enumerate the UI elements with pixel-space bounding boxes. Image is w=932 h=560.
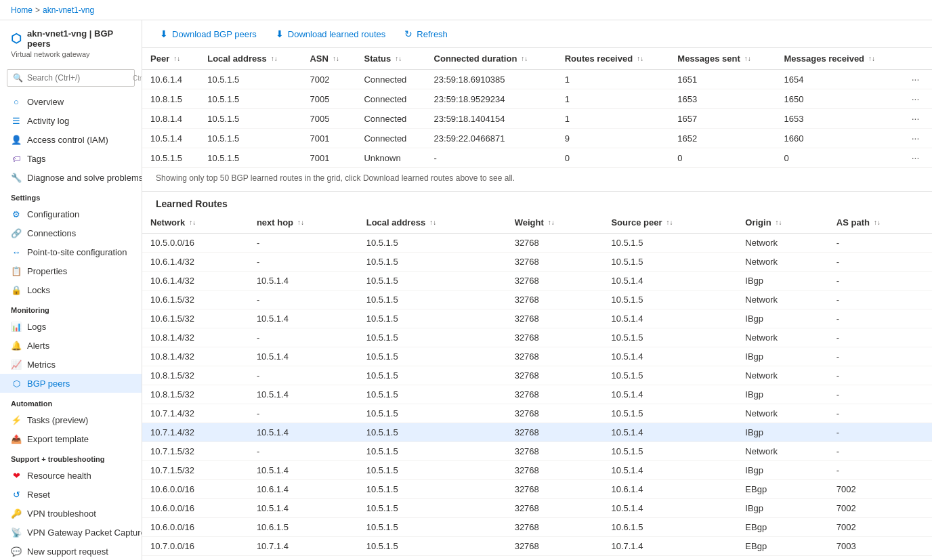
more-cell[interactable]: ···	[904, 129, 932, 148]
source-cell: 10.5.1.4	[603, 385, 737, 404]
refresh-icon: ↻	[404, 28, 412, 39]
weight-cell: 32768	[507, 309, 603, 328]
aspath-cell: -	[828, 423, 932, 442]
asn-cell: 7002	[301, 70, 356, 89]
packet-capture-icon: 📡	[11, 527, 22, 538]
lr-col-source[interactable]: Source peer ↑↓	[603, 212, 737, 234]
lr-col-aspath[interactable]: AS path ↑↓	[828, 212, 932, 234]
sidebar-item-resource-health[interactable]: ❤ Resource health	[0, 466, 142, 485]
table-row: 10.6.0.0/16 10.6.1.4 10.5.1.5 32768 10.6…	[142, 480, 932, 499]
sidebar-item-configuration[interactable]: ⚙ Configuration	[0, 204, 142, 223]
sidebar-item-p2s[interactable]: ↔ Point-to-site configuration	[0, 242, 142, 261]
sidebar-item-locks[interactable]: 🔒 Locks	[0, 280, 142, 299]
aspath-cell: 7002	[828, 518, 932, 537]
more-button[interactable]: ···	[912, 113, 920, 124]
local-cell: 10.5.1.5	[358, 347, 507, 366]
nexthop-cell: 10.5.1.4	[249, 309, 358, 328]
more-cell[interactable]: ···	[904, 70, 932, 89]
source-cell: 10.6.1.5	[603, 518, 737, 537]
resource-title: ⬡ akn-vnet1-vng | BGP peers	[11, 28, 131, 49]
download-bgp-icon: ⬇	[160, 28, 168, 39]
sent-cell: 1652	[669, 129, 776, 148]
weight-cell: 32768	[507, 499, 603, 518]
table-row: 10.8.1.5/32 - 10.5.1.5 32768 10.5.1.5 Ne…	[142, 366, 932, 385]
status-cell: Connected	[356, 129, 425, 148]
origin-cell: Network	[737, 442, 828, 461]
more-button[interactable]: ···	[912, 93, 920, 104]
sidebar-item-properties[interactable]: 📋 Properties	[0, 261, 142, 280]
sidebar-item-overview[interactable]: ○ Overview	[0, 92, 142, 111]
breadcrumb-resource[interactable]: akn-vnet1-vng	[43, 5, 94, 15]
network-cell: 10.6.0.0/16	[142, 499, 249, 518]
col-sent[interactable]: Messages sent ↑↓	[669, 48, 776, 70]
col-recv[interactable]: Messages received ↑↓	[776, 48, 904, 70]
col-peer[interactable]: Peer ↑↓	[142, 48, 199, 70]
sidebar-item-tags[interactable]: 🏷 Tags	[0, 149, 142, 168]
col-asn[interactable]: ASN ↑↓	[301, 48, 356, 70]
lr-col-nexthop[interactable]: next hop ↑↓	[249, 212, 358, 234]
more-button[interactable]: ···	[912, 152, 920, 163]
local-cell: 10.5.1.5	[199, 89, 301, 109]
sidebar-item-activity-log[interactable]: ☰ Activity log	[0, 111, 142, 130]
aspath-cell: -	[828, 461, 932, 480]
sidebar-item-tasks[interactable]: ⚡ Tasks (preview)	[0, 410, 142, 429]
learned-routes-table: Network ↑↓ next hop ↑↓ Local address ↑↓ …	[142, 212, 932, 560]
new-support-icon: 💬	[11, 546, 22, 557]
col-routes[interactable]: Routes received ↑↓	[557, 48, 670, 70]
sidebar-item-logs[interactable]: 📊 Logs	[0, 317, 142, 336]
nexthop-cell: 10.7.1.5	[249, 556, 358, 561]
lr-col-origin[interactable]: Origin ↑↓	[737, 212, 828, 234]
lr-col-local[interactable]: Local address ↑↓	[358, 212, 507, 234]
sidebar-item-bgp-peers[interactable]: ⬡ BGP peers	[0, 374, 142, 393]
local-cell: 10.5.1.5	[358, 499, 507, 518]
table-row: 10.7.1.4/32 10.5.1.4 10.5.1.5 32768 10.5…	[142, 423, 932, 442]
sidebar-item-connections[interactable]: 🔗 Connections	[0, 223, 142, 242]
local-cell: 10.5.1.5	[358, 309, 507, 328]
sent-cell: 1653	[669, 89, 776, 109]
sidebar-item-diagnose[interactable]: 🔧 Diagnose and solve problems	[0, 168, 142, 187]
col-status[interactable]: Status ↑↓	[356, 48, 425, 70]
sidebar-item-packet-capture[interactable]: 📡 VPN Gateway Packet Capture	[0, 523, 142, 542]
col-duration[interactable]: Connected duration ↑↓	[426, 48, 557, 70]
sidebar-item-export-template[interactable]: 📤 Export template	[0, 429, 142, 448]
routes-cell: 1	[557, 89, 670, 109]
tasks-icon: ⚡	[11, 414, 22, 425]
sidebar-item-reset[interactable]: ↺ Reset	[0, 485, 142, 504]
local-cell: 10.5.1.5	[358, 442, 507, 461]
bgp-peers-icon: ⬡	[11, 378, 22, 389]
recv-cell: 1650	[776, 89, 904, 109]
more-button[interactable]: ···	[912, 74, 920, 85]
local-cell: 10.5.1.5	[358, 404, 507, 423]
breadcrumb-home[interactable]: Home	[11, 5, 33, 15]
status-cell: Unknown	[356, 148, 425, 168]
sidebar-item-alerts[interactable]: 🔔 Alerts	[0, 336, 142, 355]
more-cell[interactable]: ···	[904, 89, 932, 109]
refresh-button[interactable]: ↻ Refresh	[400, 26, 452, 42]
aspath-cell: -	[828, 253, 932, 272]
lr-col-network[interactable]: Network ↑↓	[142, 212, 249, 234]
sidebar-item-metrics[interactable]: 📈 Metrics	[0, 355, 142, 374]
aspath-cell: 7002	[828, 480, 932, 499]
col-local[interactable]: Local address ↑↓	[199, 48, 301, 70]
recv-cell: 1660	[776, 129, 904, 148]
sidebar-item-label: VPN Gateway Packet Capture	[27, 527, 142, 538]
more-cell[interactable]: ···	[904, 148, 932, 168]
download-bgp-button[interactable]: ⬇ Download BGP peers	[156, 26, 261, 42]
local-cell: 10.5.1.5	[358, 328, 507, 347]
more-button[interactable]: ···	[912, 133, 920, 144]
more-cell[interactable]: ···	[904, 109, 932, 129]
content-area: ⬇ Download BGP peers ⬇ Download learned …	[142, 20, 932, 560]
sidebar-item-vpn-troubleshoot[interactable]: 🔑 VPN troubleshoot	[0, 504, 142, 523]
local-cell: 10.5.1.5	[358, 556, 507, 561]
aspath-cell: -	[828, 234, 932, 253]
source-cell: 10.5.1.5	[603, 253, 737, 272]
download-routes-button[interactable]: ⬇ Download learned routes	[272, 26, 390, 42]
sidebar-item-label: New support request	[27, 546, 108, 557]
local-cell: 10.5.1.5	[358, 518, 507, 537]
search-input[interactable]	[27, 73, 129, 83]
network-cell: 10.8.1.5/32	[142, 385, 249, 404]
sidebar-item-access-control[interactable]: 👤 Access control (IAM)	[0, 130, 142, 149]
lr-col-weight[interactable]: Weight ↑↓	[507, 212, 603, 234]
sidebar-item-new-support[interactable]: 💬 New support request	[0, 542, 142, 560]
monitoring-section-label: Monitoring	[0, 299, 142, 317]
